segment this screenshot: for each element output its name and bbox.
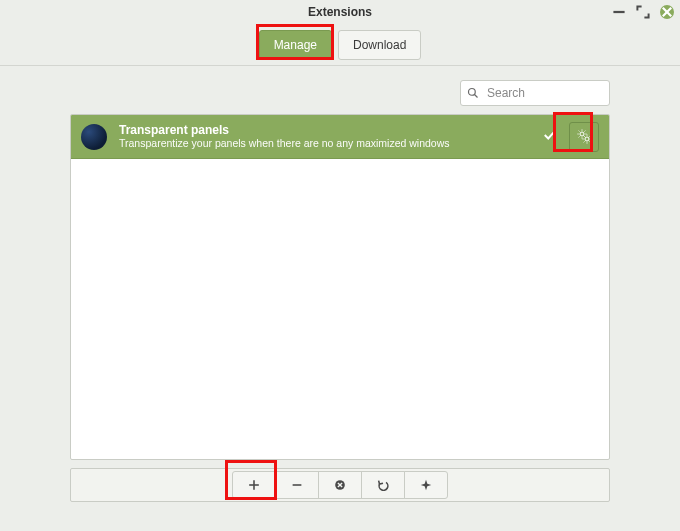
- minus-icon: [290, 478, 304, 492]
- undo-icon: [376, 478, 390, 492]
- tabs-toolbar: Manage Download: [0, 24, 680, 66]
- extension-settings-button[interactable]: [569, 122, 599, 152]
- disable-button[interactable]: [318, 471, 362, 499]
- maximize-icon: [636, 5, 650, 19]
- window-title: Extensions: [308, 5, 372, 19]
- add-button[interactable]: [232, 471, 276, 499]
- search-input[interactable]: [485, 85, 603, 101]
- search-icon: [467, 87, 479, 99]
- remove-button[interactable]: [275, 471, 319, 499]
- extension-text: Transparent panels Transparentize your p…: [119, 124, 527, 150]
- extension-icon: [81, 124, 107, 150]
- sparkle-icon: [419, 478, 433, 492]
- undo-button[interactable]: [361, 471, 405, 499]
- gear-icon: [577, 129, 592, 144]
- svg-point-5: [580, 132, 584, 136]
- close-icon: [660, 5, 674, 19]
- svg-line-12: [584, 131, 585, 132]
- search-row: [0, 66, 680, 114]
- tab-label: Manage: [274, 38, 317, 52]
- svg-line-4: [475, 95, 478, 98]
- svg-line-19: [583, 136, 584, 137]
- action-buttons: [232, 471, 448, 499]
- extension-actions: [539, 122, 599, 152]
- x-circle-icon: [333, 478, 347, 492]
- extension-title: Transparent panels: [119, 124, 527, 138]
- window-controls: [612, 0, 674, 24]
- svg-line-13: [578, 137, 579, 138]
- search-box[interactable]: [460, 80, 610, 106]
- svg-line-22: [583, 142, 584, 143]
- svg-line-10: [578, 131, 579, 132]
- enabled-check-icon: [539, 128, 561, 145]
- minimize-button[interactable]: [612, 5, 626, 19]
- extension-row[interactable]: Transparent panels Transparentize your p…: [71, 115, 609, 159]
- minimize-icon: [612, 5, 626, 19]
- svg-line-21: [589, 136, 590, 137]
- extension-description: Transparentize your panels when there ar…: [119, 137, 527, 149]
- tab-download[interactable]: Download: [338, 30, 421, 60]
- svg-line-20: [589, 142, 590, 143]
- maximize-button[interactable]: [636, 5, 650, 19]
- svg-line-11: [584, 137, 585, 138]
- extensions-list: Transparent panels Transparentize your p…: [70, 114, 610, 460]
- more-button[interactable]: [404, 471, 448, 499]
- svg-point-3: [469, 89, 476, 96]
- close-button[interactable]: [660, 5, 674, 19]
- action-bar: [70, 468, 610, 502]
- svg-point-14: [585, 137, 589, 141]
- plus-icon: [247, 478, 261, 492]
- titlebar: Extensions: [0, 0, 680, 24]
- tab-label: Download: [353, 38, 406, 52]
- tab-manage[interactable]: Manage: [259, 30, 332, 60]
